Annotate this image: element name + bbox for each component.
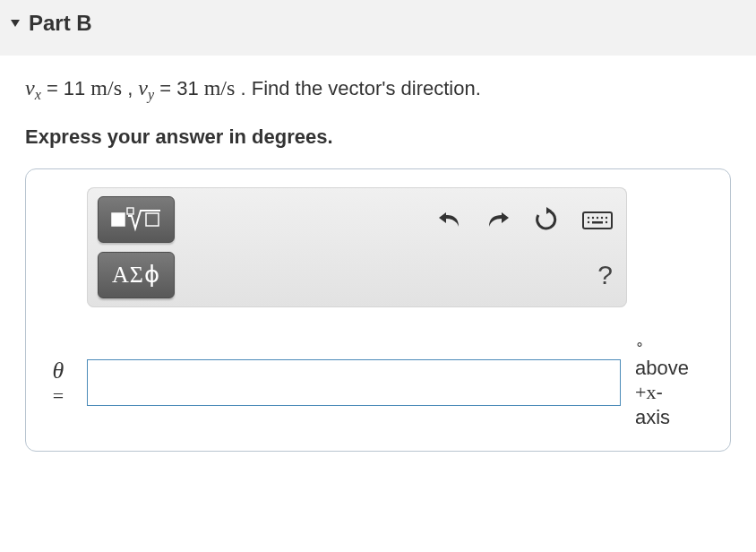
undo-button[interactable] (437, 209, 462, 230)
svg-point-7 (592, 217, 594, 219)
equals-sign: = (44, 385, 73, 407)
svg-rect-5 (583, 212, 612, 229)
vy-eq: = (154, 77, 176, 99)
unit-axis: axis (635, 406, 670, 428)
svg-point-11 (588, 221, 589, 223)
svg-point-10 (606, 217, 607, 219)
theta-symbol: θ (53, 358, 64, 384)
svg-point-9 (601, 217, 603, 219)
vx-val: 11 (64, 77, 85, 99)
vy-var: v (138, 76, 148, 99)
help-button[interactable]: ? (597, 260, 613, 290)
chevron-down-icon (9, 12, 21, 35)
vx-eq: = (41, 77, 64, 99)
help-label: ? (597, 260, 613, 289)
unit-plusx: +x (635, 381, 656, 403)
question-body: vx = 11 m/s , vy = 31 m/s . Find the vec… (0, 56, 756, 461)
vx-unit: m/s (85, 76, 122, 99)
vx-var: v (25, 76, 35, 99)
sep: , (122, 77, 138, 99)
answer-input[interactable] (87, 359, 621, 406)
answer-panel: ΑΣϕ ? θ = ∘ above +x- axis (25, 168, 731, 453)
svg-rect-2 (127, 208, 133, 214)
toolbar-row-2: ΑΣϕ ? (98, 252, 616, 298)
keyboard-button[interactable] (582, 210, 613, 229)
svg-point-12 (606, 221, 607, 223)
svg-rect-3 (146, 213, 159, 226)
unit-dash: - (656, 381, 662, 403)
equation-toolbar: ΑΣϕ ? (87, 187, 627, 307)
vy-val: 31 (176, 77, 198, 99)
redo-icon (485, 209, 511, 230)
part-title: Part B (29, 11, 92, 36)
keyboard-icon (582, 210, 613, 229)
svg-point-8 (597, 217, 598, 219)
toolbar-right-1 (437, 207, 613, 232)
unit-above: above (635, 357, 689, 379)
redo-button[interactable] (485, 209, 511, 230)
math-template-icon (110, 206, 162, 233)
template-button[interactable] (98, 196, 175, 243)
toolbar-left-2: ΑΣϕ (98, 252, 175, 298)
undo-icon (437, 209, 462, 230)
degree-symbol: ∘ (635, 336, 689, 354)
part-header[interactable]: Part B (0, 0, 756, 56)
instruction-text: Express your answer in degrees. (25, 125, 731, 149)
vy-unit: m/s (199, 76, 236, 99)
toolbar-row-1 (98, 196, 616, 243)
svg-point-6 (588, 217, 589, 219)
svg-rect-1 (112, 213, 125, 226)
question-prompt: vx = 11 m/s , vy = 31 m/s . Find the vec… (25, 73, 731, 106)
prompt-tail: . Find the vector's direction. (235, 77, 480, 99)
vx-sub: x (35, 87, 41, 102)
answer-row: θ = ∘ above +x- axis (44, 336, 712, 430)
svg-rect-13 (592, 221, 603, 224)
reset-button[interactable] (534, 207, 559, 232)
unit-label: ∘ above +x- axis (635, 336, 689, 430)
greek-button[interactable]: ΑΣϕ (98, 252, 175, 298)
toolbar-left (98, 196, 175, 243)
greek-label: ΑΣϕ (112, 261, 160, 289)
svg-marker-0 (11, 20, 20, 27)
reset-icon (534, 207, 559, 232)
answer-variable: θ = (44, 358, 73, 408)
